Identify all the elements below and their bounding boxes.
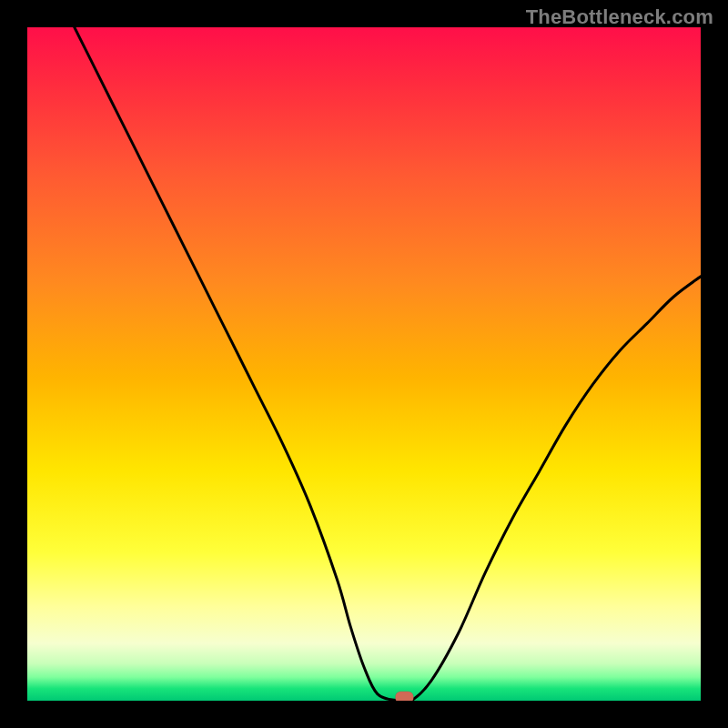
- bottleneck-curve: [75, 27, 701, 701]
- curve-layer: [27, 27, 701, 701]
- plot-area: [27, 27, 701, 701]
- optimal-point-marker: [395, 692, 413, 701]
- chart-stage: TheBottleneck.com: [0, 0, 728, 728]
- watermark-text: TheBottleneck.com: [526, 5, 713, 29]
